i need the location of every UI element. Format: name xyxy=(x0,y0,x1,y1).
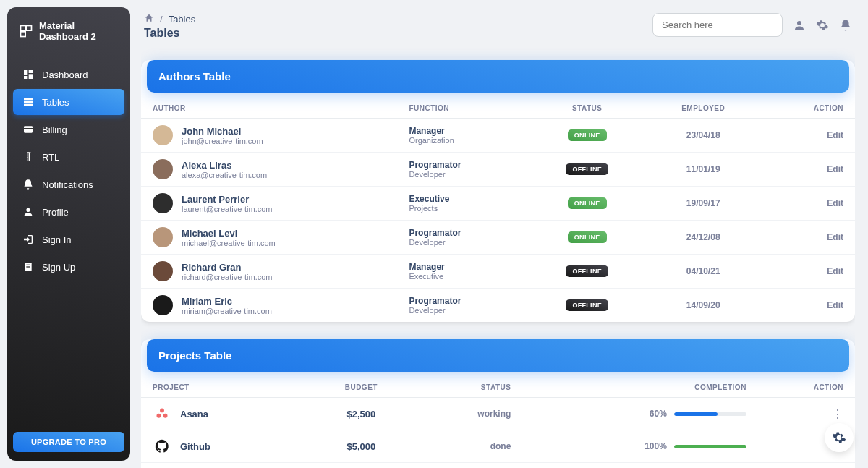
table-row: Michael Levi michael@creative-tim.com Pr… xyxy=(141,221,855,255)
billing-icon xyxy=(22,123,35,136)
home-icon[interactable] xyxy=(144,13,154,25)
author-name: Richard Gran xyxy=(182,262,272,273)
breadcrumb-sep: / xyxy=(160,14,163,25)
author-cell: Michael Levi michael@creative-tim.com xyxy=(153,227,386,247)
login-icon xyxy=(22,233,35,246)
svg-point-12 xyxy=(26,208,30,212)
svg-rect-15 xyxy=(26,266,30,267)
account-icon[interactable] xyxy=(793,19,806,32)
function-sub: Projects xyxy=(409,204,518,213)
sidebar-item-signup[interactable]: Sign Up xyxy=(13,254,124,280)
avatar xyxy=(153,261,173,281)
author-cell: Alexa Liras alexa@creative-tim.com xyxy=(153,159,386,179)
asana-icon xyxy=(153,404,171,423)
col-function: FUNCTION xyxy=(397,98,529,119)
avatar xyxy=(153,295,173,315)
edit-button[interactable]: Edit xyxy=(827,300,843,310)
projects-card-header: Projects Table xyxy=(147,339,849,372)
user-icon xyxy=(22,205,35,218)
sidebar-item-label: Notifications xyxy=(42,179,93,190)
main-content: / Tables Tables Authors Table AUTHOR FUN… xyxy=(141,0,855,468)
edit-button[interactable]: Edit xyxy=(827,130,843,140)
status-badge: OFFLINE xyxy=(566,163,608,175)
author-cell: Miriam Eric miriam@creative-tim.com xyxy=(153,295,386,315)
edit-button[interactable]: Edit xyxy=(827,266,843,276)
employed-date: 14/09/20 xyxy=(644,289,762,323)
project-cell: Github xyxy=(153,437,299,456)
sidebar-item-rtl[interactable]: RTL xyxy=(13,144,124,170)
progress-fill xyxy=(674,412,718,416)
sidebar: Material Dashboard 2 Dashboard Tables Bi… xyxy=(7,7,130,461)
github-icon xyxy=(153,437,171,456)
status-badge: ONLINE xyxy=(568,197,607,209)
table-row: Laurent Perrier laurent@creative-tim.com… xyxy=(141,187,855,221)
sidebar-item-label: Billing xyxy=(42,124,67,135)
projects-card: Projects Table PROJECT BUDGET STATUS COM… xyxy=(141,339,855,468)
search-input[interactable] xyxy=(662,20,773,30)
more-button[interactable]: ⋮ xyxy=(832,408,843,420)
edit-button[interactable]: Edit xyxy=(827,164,843,174)
col-action: ACTION xyxy=(762,98,855,119)
svg-rect-4 xyxy=(29,70,33,73)
sidebar-item-profile[interactable]: Profile xyxy=(13,199,124,225)
author-name: John Michael xyxy=(182,126,263,137)
sidebar-item-tables[interactable]: Tables xyxy=(13,89,124,115)
employed-date: 11/01/19 xyxy=(644,153,762,187)
function-title: Executive xyxy=(409,194,518,204)
svg-rect-9 xyxy=(24,104,33,106)
avatar xyxy=(153,193,173,213)
svg-point-19 xyxy=(163,414,168,418)
bell-icon[interactable] xyxy=(839,19,852,32)
dashboard-icon xyxy=(22,68,35,81)
breadcrumb-current: Tables xyxy=(169,14,196,25)
employed-date: 23/04/18 xyxy=(644,119,762,153)
topbar-left: / Tables Tables xyxy=(144,13,195,40)
table-row: Asana $2,500 working 60% ⋮ xyxy=(141,398,855,430)
brand-icon xyxy=(19,23,33,39)
col-status: STATUS xyxy=(529,98,644,119)
function-title: Programator xyxy=(409,160,518,170)
completion: 60% xyxy=(534,409,746,419)
upgrade-button[interactable]: UPGRADE TO PRO xyxy=(13,432,124,452)
status-badge: ONLINE xyxy=(568,129,607,141)
employed-date: 04/10/21 xyxy=(644,255,762,289)
edit-button[interactable]: Edit xyxy=(827,198,843,208)
employed-date: 24/12/08 xyxy=(644,221,762,255)
svg-rect-3 xyxy=(24,70,27,75)
project-cell: Asana xyxy=(153,404,299,423)
progress-bar xyxy=(674,445,746,448)
project-budget: $5,000 xyxy=(346,441,375,452)
breadcrumb: / Tables xyxy=(144,13,195,25)
employed-date: 19/09/17 xyxy=(644,187,762,221)
project-name: Asana xyxy=(180,409,208,420)
svg-rect-6 xyxy=(29,74,33,79)
edit-button[interactable]: Edit xyxy=(827,232,843,242)
table-row: Alexa Liras alexa@creative-tim.com Progr… xyxy=(141,153,855,187)
sidebar-item-dashboard[interactable]: Dashboard xyxy=(13,61,124,88)
col-employed: EMPLOYED xyxy=(644,98,762,119)
gear-icon[interactable] xyxy=(816,19,829,32)
settings-fab[interactable] xyxy=(825,423,854,452)
search-box[interactable] xyxy=(652,13,783,37)
project-status: working xyxy=(477,409,511,419)
authors-table: AUTHOR FUNCTION STATUS EMPLOYED ACTION J… xyxy=(141,98,855,322)
svg-rect-1 xyxy=(27,26,32,31)
function-sub: Developer xyxy=(409,238,518,247)
sidebar-item-billing[interactable]: Billing xyxy=(13,116,124,142)
svg-rect-7 xyxy=(24,98,33,101)
sidebar-item-label: Dashboard xyxy=(42,69,88,80)
sidebar-item-notifications[interactable]: Notifications xyxy=(13,171,124,197)
sidebar-item-label: Sign In xyxy=(42,234,71,245)
status-badge: OFFLINE xyxy=(566,265,608,277)
sidebar-item-signin[interactable]: Sign In xyxy=(13,226,124,252)
sidebar-item-label: RTL xyxy=(42,152,59,163)
svg-rect-8 xyxy=(24,101,33,103)
function-sub: Organization xyxy=(409,136,518,145)
author-email: laurent@creative-tim.com xyxy=(182,205,272,213)
table-row: Richard Gran richard@creative-tim.com Ma… xyxy=(141,255,855,289)
completion: 100% xyxy=(534,441,746,451)
author-name: Alexa Liras xyxy=(182,160,267,171)
brand[interactable]: Material Dashboard 2 xyxy=(13,16,124,51)
avatar xyxy=(153,125,173,145)
author-email: richard@creative-tim.com xyxy=(182,273,272,281)
